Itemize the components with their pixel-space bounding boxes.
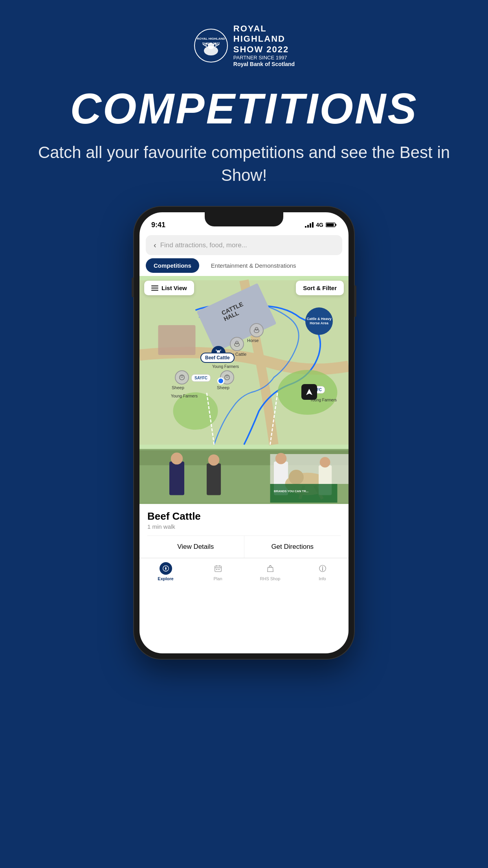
- horse-pin[interactable]: [250, 323, 264, 337]
- phone-mockup: 9:41 4G: [0, 207, 488, 659]
- info-circle-icon: [319, 565, 327, 572]
- sheep-pin-1[interactable]: [175, 370, 189, 384]
- svg-rect-20: [158, 325, 196, 355]
- battery-icon: [326, 222, 337, 228]
- compass-icon: [162, 565, 169, 572]
- photo-svg: BRANDS YOU CAN TR...: [139, 449, 349, 504]
- list-icon: [151, 285, 158, 291]
- cattle-area-label: Cattle & Heavy Horse Area: [305, 317, 333, 326]
- svg-point-28: [235, 343, 240, 346]
- plan-label: Plan: [213, 576, 222, 581]
- list-view-button[interactable]: List View: [144, 281, 194, 295]
- svg-point-27: [255, 327, 258, 330]
- get-directions-button[interactable]: Get Directions: [244, 536, 341, 558]
- sheep-label-2: Sheep: [217, 385, 229, 390]
- venue-photo: BRANDS YOU CAN TR...: [139, 449, 349, 504]
- svg-rect-51: [270, 484, 338, 503]
- svg-point-63: [322, 566, 323, 568]
- navigation-arrow[interactable]: [301, 384, 317, 400]
- logo-partner: PARTNER SINCE 1997: [233, 55, 295, 61]
- sort-filter-button[interactable]: Sort & Filter: [296, 281, 344, 295]
- logo-area: ROYAL HIGHLAND SHOW 2022 ROYAL HIGHLAND …: [0, 0, 488, 68]
- action-buttons: View Details Get Directions: [147, 535, 341, 558]
- bag-icon: [266, 565, 274, 572]
- svg-rect-8: [307, 225, 309, 228]
- svg-point-54: [165, 568, 167, 569]
- explore-label: Explore: [158, 576, 173, 581]
- logo-bank: Royal Bank of Scotland: [233, 61, 295, 68]
- svg-text:ROYAL HIGHLAND: ROYAL HIGHLAND: [197, 37, 225, 40]
- svg-point-42: [208, 454, 220, 466]
- sort-filter-label: Sort & Filter: [303, 285, 337, 291]
- beef-cattle-label: Beef Cattle: [200, 353, 235, 363]
- svg-point-33: [181, 376, 183, 378]
- nav-item-shop[interactable]: RHS Shop: [244, 562, 296, 581]
- svg-point-50: [320, 457, 330, 468]
- category-tabs: Competitions Entertainment & Demonstrati…: [139, 258, 349, 273]
- svg-point-26: [254, 329, 259, 333]
- svg-rect-24: [151, 287, 158, 289]
- plan-icon: [212, 562, 224, 575]
- venue-card: Beef Cattle 1 min walk View Details Get …: [139, 504, 349, 558]
- svg-rect-41: [207, 463, 221, 495]
- nav-item-info[interactable]: Info: [296, 562, 349, 581]
- svg-rect-7: [305, 226, 306, 228]
- svg-rect-55: [215, 566, 221, 572]
- rhs-logo-icon: ROYAL HIGHLAND SHOW 2022: [193, 28, 229, 63]
- cattle-area-badge: Cattle & Heavy Horse Area: [305, 307, 333, 335]
- young-farmers-label-1: Young Farmers: [212, 364, 239, 369]
- info-icon: [316, 562, 329, 575]
- search-bar[interactable]: ‹ Find attractions, food, more...: [146, 235, 342, 255]
- svg-rect-59: [216, 569, 217, 570]
- sheep-icon-1: [178, 374, 185, 381]
- svg-point-46: [289, 470, 304, 485]
- logo-line1: ROYAL: [233, 24, 295, 34]
- phone-outer-frame: 9:41 4G: [134, 207, 354, 659]
- page-title: COMPETITIONS: [0, 83, 488, 133]
- nav-item-explore[interactable]: Explore: [139, 562, 192, 581]
- info-label: Info: [319, 576, 326, 581]
- sheep-label-1: Sheep: [172, 385, 184, 390]
- phone-notch: [205, 212, 283, 226]
- shop-icon: [264, 562, 277, 575]
- svg-rect-10: [312, 222, 314, 228]
- svg-rect-13: [327, 224, 334, 226]
- signal-icon: [305, 222, 314, 228]
- venue-name: Beef Cattle: [147, 510, 341, 522]
- dairy-cattle-icon: [233, 340, 240, 348]
- svg-rect-23: [151, 285, 158, 287]
- view-details-button[interactable]: View Details: [147, 536, 244, 558]
- venue-distance: 1 min walk: [147, 523, 341, 530]
- logo-text-block: ROYAL HIGHLAND SHOW 2022 PARTNER SINCE 1…: [233, 24, 295, 68]
- svg-point-40: [171, 452, 183, 464]
- arrow-icon: [305, 388, 313, 396]
- calendar-icon: [214, 565, 222, 572]
- svg-rect-12: [336, 224, 337, 226]
- logo-line3: SHOW 2022: [233, 44, 295, 55]
- horse-icon: [253, 327, 260, 334]
- status-icons: 4G: [305, 222, 337, 228]
- dairy-cattle-pin[interactable]: [230, 337, 244, 351]
- svg-point-35: [226, 376, 228, 378]
- svg-point-29: [235, 341, 238, 344]
- logo-line2: HIGHLAND: [233, 34, 295, 44]
- list-view-label: List View: [161, 285, 187, 291]
- nav-item-plan[interactable]: Plan: [192, 562, 244, 581]
- svg-rect-60: [218, 569, 219, 570]
- tab-competitions[interactable]: Competitions: [146, 258, 199, 273]
- bottom-navigation: Explore Plan: [139, 558, 349, 587]
- status-time: 9:41: [151, 221, 165, 229]
- map-background: CATTLE HALL: [139, 276, 349, 449]
- back-button[interactable]: ‹: [154, 241, 156, 250]
- svg-rect-9: [310, 223, 311, 228]
- sheep-icon-2: [224, 374, 231, 381]
- svg-point-44: [275, 453, 287, 464]
- young-farmers-label-2: Young Farmers: [171, 394, 198, 398]
- shop-label: RHS Shop: [260, 576, 281, 581]
- explore-icon: [160, 562, 172, 575]
- horse-label: Horse: [247, 338, 259, 343]
- tab-entertainment[interactable]: Entertainment & Demonstrations: [203, 258, 304, 273]
- svg-text:BRANDS YOU CAN TR...: BRANDS YOU CAN TR...: [274, 489, 308, 493]
- svg-rect-39: [169, 462, 184, 495]
- map-view[interactable]: CATTLE HALL List View: [139, 276, 349, 449]
